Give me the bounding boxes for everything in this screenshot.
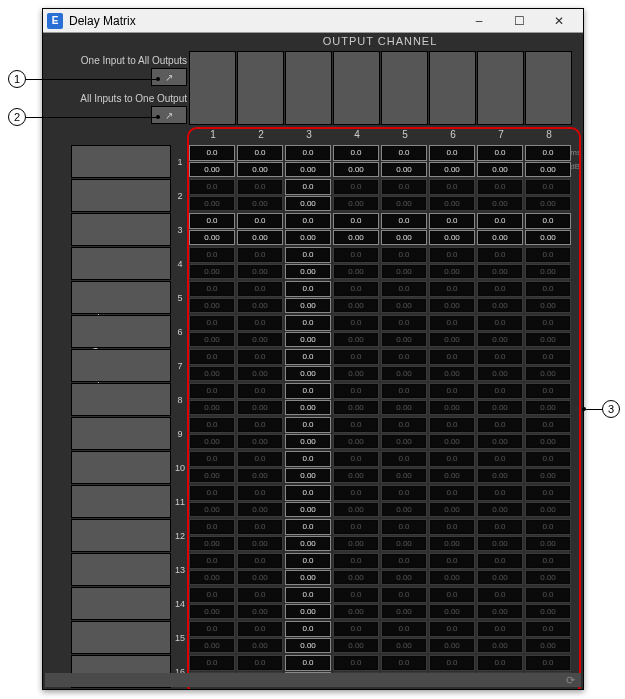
gain-field[interactable]: 0.00	[525, 332, 571, 348]
input-header[interactable]	[71, 179, 171, 212]
matrix-cell[interactable]: 0.00.00	[477, 145, 523, 177]
delay-field[interactable]: 0.0	[237, 213, 283, 229]
delay-field[interactable]: 0.0	[189, 519, 235, 535]
delay-field[interactable]: 0.0	[285, 383, 331, 399]
matrix-cell[interactable]: 0.00.00	[237, 621, 283, 653]
maximize-button[interactable]: ☐	[499, 9, 539, 33]
gain-field[interactable]: 0.00	[381, 570, 427, 586]
matrix-cell[interactable]: 0.00.00	[525, 587, 571, 619]
matrix-cell[interactable]: 0.00.00	[477, 383, 523, 415]
gain-field[interactable]: 0.00	[381, 536, 427, 552]
gain-field[interactable]: 0.00	[477, 298, 523, 314]
matrix-cell[interactable]: 0.00.00	[477, 553, 523, 585]
matrix-cell[interactable]: 0.00.00	[285, 247, 331, 279]
gain-field[interactable]: 0.00	[237, 400, 283, 416]
delay-field[interactable]: 0.0	[189, 247, 235, 263]
delay-field[interactable]: 0.0	[285, 281, 331, 297]
delay-field[interactable]: 0.0	[381, 417, 427, 433]
delay-field[interactable]: 0.0	[189, 485, 235, 501]
gain-field[interactable]: 0.00	[237, 638, 283, 654]
delay-field[interactable]: 0.0	[525, 451, 571, 467]
input-header[interactable]	[71, 315, 171, 348]
matrix-cell[interactable]: 0.00.00	[525, 281, 571, 313]
delay-field[interactable]: 0.0	[189, 655, 235, 671]
delay-field[interactable]: 0.0	[381, 179, 427, 195]
matrix-cell[interactable]: 0.00.00	[285, 315, 331, 347]
gain-field[interactable]: 0.00	[381, 162, 427, 178]
matrix-cell[interactable]: 0.00.00	[429, 281, 475, 313]
delay-field[interactable]: 0.0	[333, 621, 379, 637]
delay-field[interactable]: 0.0	[525, 553, 571, 569]
delay-field[interactable]: 0.0	[525, 417, 571, 433]
gain-field[interactable]: 0.00	[237, 196, 283, 212]
delay-field[interactable]: 0.0	[381, 485, 427, 501]
delay-field[interactable]: 0.0	[189, 553, 235, 569]
minimize-button[interactable]: –	[459, 9, 499, 33]
matrix-cell[interactable]: 0.00.00	[333, 213, 379, 245]
matrix-cell[interactable]: 0.00.00	[189, 485, 235, 517]
gain-field[interactable]: 0.00	[189, 570, 235, 586]
gain-field[interactable]: 0.00	[285, 502, 331, 518]
output-header[interactable]	[429, 51, 476, 125]
delay-field[interactable]: 0.0	[429, 349, 475, 365]
gain-field[interactable]: 0.00	[381, 230, 427, 246]
matrix-cell[interactable]: 0.00.00	[237, 315, 283, 347]
matrix-cell[interactable]: 0.00.00	[237, 247, 283, 279]
gain-field[interactable]: 0.00	[333, 434, 379, 450]
delay-field[interactable]: 0.0	[429, 417, 475, 433]
matrix-cell[interactable]: 0.00.00	[429, 553, 475, 585]
matrix-cell[interactable]: 0.00.00	[333, 315, 379, 347]
delay-field[interactable]: 0.0	[477, 213, 523, 229]
gain-field[interactable]: 0.00	[477, 604, 523, 620]
gain-field[interactable]: 0.00	[285, 638, 331, 654]
gain-field[interactable]: 0.00	[429, 570, 475, 586]
delay-field[interactable]: 0.0	[237, 587, 283, 603]
matrix-cell[interactable]: 0.00.00	[189, 417, 235, 449]
delay-field[interactable]: 0.0	[333, 655, 379, 671]
delay-field[interactable]: 0.0	[189, 587, 235, 603]
gain-field[interactable]: 0.00	[381, 604, 427, 620]
matrix-cell[interactable]: 0.00.00	[333, 145, 379, 177]
matrix-cell[interactable]: 0.00.00	[477, 451, 523, 483]
delay-field[interactable]: 0.0	[237, 417, 283, 433]
delay-field[interactable]: 0.0	[189, 315, 235, 331]
delay-field[interactable]: 0.0	[333, 247, 379, 263]
delay-field[interactable]: 0.0	[333, 519, 379, 535]
delay-field[interactable]: 0.0	[429, 485, 475, 501]
gain-field[interactable]: 0.00	[525, 638, 571, 654]
gain-field[interactable]: 0.00	[189, 468, 235, 484]
gain-field[interactable]: 0.00	[189, 332, 235, 348]
matrix-cell[interactable]: 0.00.00	[477, 179, 523, 211]
gain-field[interactable]: 0.00	[189, 400, 235, 416]
gain-field[interactable]: 0.00	[477, 570, 523, 586]
input-header[interactable]	[71, 349, 171, 382]
gain-field[interactable]: 0.00	[525, 536, 571, 552]
delay-field[interactable]: 0.0	[285, 587, 331, 603]
delay-field[interactable]: 0.0	[525, 655, 571, 671]
delay-field[interactable]: 0.0	[477, 553, 523, 569]
matrix-cell[interactable]: 0.00.00	[285, 587, 331, 619]
matrix-cell[interactable]: 0.00.00	[381, 417, 427, 449]
gain-field[interactable]: 0.00	[525, 298, 571, 314]
gain-field[interactable]: 0.00	[285, 298, 331, 314]
delay-field[interactable]: 0.0	[429, 655, 475, 671]
gain-field[interactable]: 0.00	[381, 366, 427, 382]
matrix-cell[interactable]: 0.00.00	[429, 417, 475, 449]
matrix-cell[interactable]: 0.00.00	[333, 519, 379, 551]
matrix-cell[interactable]: 0.00.00	[237, 417, 283, 449]
delay-field[interactable]: 0.0	[477, 519, 523, 535]
gain-field[interactable]: 0.00	[429, 536, 475, 552]
gain-field[interactable]: 0.00	[429, 162, 475, 178]
gain-field[interactable]: 0.00	[189, 604, 235, 620]
delay-field[interactable]: 0.0	[381, 587, 427, 603]
delay-field[interactable]: 0.0	[285, 519, 331, 535]
gain-field[interactable]: 0.00	[333, 196, 379, 212]
gain-field[interactable]: 0.00	[429, 604, 475, 620]
gain-field[interactable]: 0.00	[237, 468, 283, 484]
matrix-cell[interactable]: 0.00.00	[285, 179, 331, 211]
input-header[interactable]	[71, 519, 171, 552]
gain-field[interactable]: 0.00	[525, 604, 571, 620]
delay-field[interactable]: 0.0	[285, 247, 331, 263]
gain-field[interactable]: 0.00	[285, 366, 331, 382]
matrix-cell[interactable]: 0.00.00	[381, 587, 427, 619]
